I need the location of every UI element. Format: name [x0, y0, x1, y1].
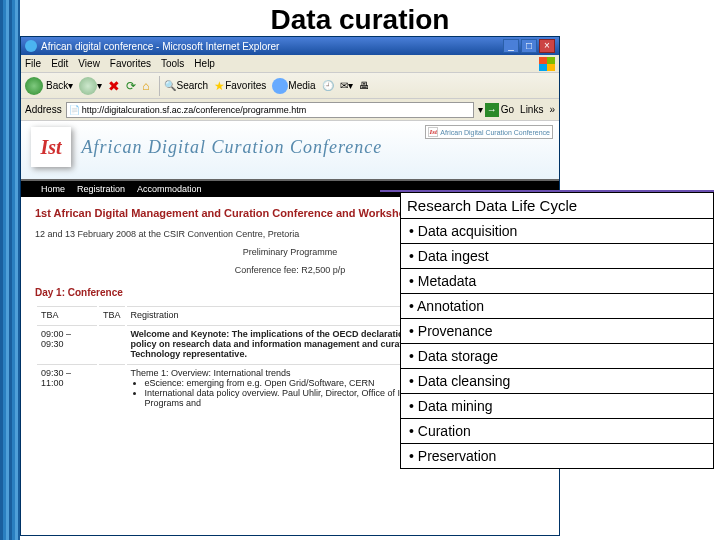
menu-favorites[interactable]: Favorites	[110, 58, 151, 69]
media-icon	[272, 78, 288, 94]
slide-deco-stripe	[0, 0, 20, 540]
search-button[interactable]: 🔍 Search	[164, 80, 208, 91]
chevron-down-icon[interactable]: ▾	[478, 104, 483, 115]
chevron-right-icon: »	[549, 104, 555, 115]
favorites-button[interactable]: ★ Favorites	[214, 79, 266, 93]
minimize-button[interactable]: _	[503, 39, 519, 53]
home-button[interactable]: ⌂	[142, 79, 149, 93]
media-label: Media	[288, 80, 315, 91]
menu-tools[interactable]: Tools	[161, 58, 184, 69]
ie-icon	[25, 40, 37, 52]
callout-item: • Annotation	[401, 294, 713, 319]
forward-icon	[79, 77, 97, 95]
browser-titlebar[interactable]: African digital conference - Microsoft I…	[21, 37, 559, 55]
stop-button[interactable]: ✖	[108, 78, 120, 94]
address-label: Address	[25, 104, 62, 115]
back-icon	[25, 77, 43, 95]
address-input[interactable]: 📄 http://digitalcuration.sf.ac.za/confer…	[66, 102, 474, 118]
refresh-button[interactable]: ⟳	[126, 79, 136, 93]
close-button[interactable]: ×	[539, 39, 555, 53]
callout-item: • Data ingest	[401, 244, 713, 269]
lifecycle-callout: Research Data Life Cycle • Data acquisit…	[400, 192, 714, 469]
cell-time: 09:30 – 11:00	[37, 364, 97, 411]
toolbar: Back ▾ ▾ ✖ ⟳ ⌂ 🔍 Search ★ Favorites Medi…	[21, 73, 559, 99]
windows-logo-icon	[539, 57, 555, 71]
address-url: http://digitalcuration.sf.ac.za/conferen…	[82, 105, 307, 115]
mini-title: African Digital Curation Conference	[440, 129, 550, 136]
banner-first-badge: Ist	[31, 127, 71, 167]
forward-button[interactable]: ▾	[79, 77, 102, 95]
back-label: Back	[46, 80, 68, 91]
nav-accommodation[interactable]: Accommodation	[137, 184, 202, 194]
chevron-down-icon: ▾	[97, 80, 102, 91]
nav-home[interactable]: Home	[41, 184, 65, 194]
media-button[interactable]: Media	[272, 78, 315, 94]
callout-item: • Curation	[401, 419, 713, 444]
mail-button[interactable]: ✉▾	[340, 80, 353, 91]
back-button[interactable]: Back ▾	[25, 77, 73, 95]
go-button[interactable]: →	[485, 103, 499, 117]
page-icon: 📄	[69, 105, 80, 115]
chevron-down-icon: ▾	[68, 80, 73, 91]
callout-item: • Data acquisition	[401, 219, 713, 244]
search-label: Search	[176, 80, 208, 91]
mini-first: Ist	[428, 127, 438, 137]
callout-item: • Provenance	[401, 319, 713, 344]
links-label[interactable]: Links	[520, 104, 543, 115]
menu-bar: File Edit View Favorites Tools Help	[21, 55, 559, 73]
go-label: Go	[501, 104, 514, 115]
maximize-button[interactable]: □	[521, 39, 537, 53]
cell-time: TBA	[37, 306, 97, 323]
conference-banner: Ist African Digital Curation Conference …	[21, 121, 559, 181]
callout-header: Research Data Life Cycle	[401, 193, 713, 219]
history-button[interactable]: 🕘	[322, 80, 334, 91]
menu-edit[interactable]: Edit	[51, 58, 68, 69]
callout-item: • Data cleansing	[401, 369, 713, 394]
menu-view[interactable]: View	[78, 58, 100, 69]
address-bar: Address 📄 http://digitalcuration.sf.ac.z…	[21, 99, 559, 121]
callout-item: • Metadata	[401, 269, 713, 294]
callout-item: • Preservation	[401, 444, 713, 468]
search-icon: 🔍	[164, 80, 176, 91]
cell-extra: TBA	[99, 306, 125, 323]
nav-registration[interactable]: Registration	[77, 184, 125, 194]
print-button[interactable]: 🖶	[359, 80, 369, 91]
star-icon: ★	[214, 79, 225, 93]
menu-file[interactable]: File	[25, 58, 41, 69]
callout-item: • Data storage	[401, 344, 713, 369]
banner-title: African Digital Curation Conference	[82, 137, 383, 158]
banner-mini: Ist African Digital Curation Conference	[425, 125, 553, 139]
favorites-label: Favorites	[225, 80, 266, 91]
menu-help[interactable]: Help	[194, 58, 215, 69]
slide-title: Data curation	[0, 4, 720, 36]
window-title: African digital conference - Microsoft I…	[41, 41, 279, 52]
callout-item: • Data mining	[401, 394, 713, 419]
cell-time: 09:00 – 09:30	[37, 325, 97, 362]
